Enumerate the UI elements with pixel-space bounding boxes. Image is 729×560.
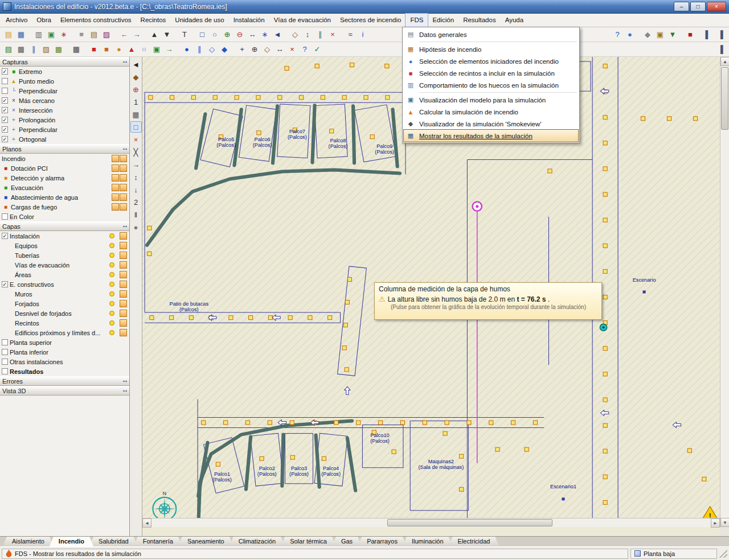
- recintos[interactable]: Recintos: [136, 14, 171, 27]
- vertical-scroll-thumb[interactable]: [721, 67, 728, 130]
- checkbox[interactable]: ✓: [2, 68, 8, 75]
- info-button[interactable]: i: [357, 28, 369, 41]
- ayuda[interactable]: Ayuda: [501, 14, 528, 27]
- dxf-template-button[interactable]: ▨: [40, 43, 52, 56]
- aislamiento[interactable]: Aislamiento: [3, 537, 54, 546]
- obra-data-button[interactable]: ▣: [45, 28, 58, 41]
- redo-button[interactable]: →: [130, 28, 143, 41]
- layer-row[interactable]: Recintos: [0, 318, 129, 328]
- plan-row[interactable]: ■ Detección y alarma: [0, 173, 129, 183]
- plan-row[interactable]: ■ Abastecimiento de agua: [0, 192, 129, 202]
- incendio[interactable]: Incendio: [50, 537, 93, 546]
- plan-action-button[interactable]: [120, 164, 127, 172]
- layer-action-button[interactable]: [120, 329, 127, 336]
- fontaner-a[interactable]: Fontanería: [134, 537, 182, 546]
- snap-option-row[interactable]: ✓ × Más cercano: [0, 96, 129, 105]
- trim-button[interactable]: ╳: [130, 146, 142, 158]
- snap-option-row[interactable]: ✓ + Prolongación: [0, 115, 129, 125]
- vertical-move-button[interactable]: ↕: [130, 171, 142, 183]
- move-element-button[interactable]: ↔: [273, 43, 286, 56]
- copy-button[interactable]: ∥: [314, 28, 326, 41]
- help-button[interactable]: ?: [611, 28, 624, 41]
- exit-button[interactable]: ■: [684, 28, 697, 41]
- layer-action-button[interactable]: [120, 242, 127, 249]
- plan-action-button[interactable]: [112, 193, 119, 201]
- previous-view-button[interactable]: ◄: [271, 28, 284, 41]
- web-button[interactable]: ●: [624, 28, 636, 41]
- alarm-button[interactable]: ▲: [125, 43, 138, 56]
- reports-button[interactable]: ▤: [88, 28, 100, 41]
- close-button[interactable]: ×: [707, 2, 726, 11]
- plan-row[interactable]: ■ Evacuación: [0, 183, 129, 192]
- comportamiento-de-los-huecos-en-la-simulaci-n[interactable]: ▥ Comportamiento de los huecos en la sim…: [404, 79, 578, 91]
- solar-t-rmica[interactable]: Solar térmica: [281, 537, 336, 546]
- section-header-capas[interactable]: Capas ▲▲: [0, 221, 129, 231]
- zoom-in-button[interactable]: ⊕: [221, 28, 234, 41]
- visualizador-de-la-simulaci-n-smokeview-[interactable]: ◆ Visualizador de la simulación 'Smokevi…: [404, 118, 578, 130]
- collapse-panel-button[interactable]: ◄: [130, 59, 142, 70]
- plan-action-button[interactable]: [120, 174, 127, 182]
- extend-button[interactable]: →: [130, 159, 142, 170]
- print-button[interactable]: ▥: [32, 28, 45, 41]
- secondary-button[interactable]: 2: [130, 196, 142, 208]
- delete-mark-button[interactable]: ×: [130, 134, 142, 145]
- climatizaci-n[interactable]: Climatización: [230, 537, 285, 546]
- pararrayos[interactable]: Pararrayos: [358, 537, 407, 546]
- plan-action-button[interactable]: [112, 203, 119, 211]
- background-image-button[interactable]: ▩: [52, 43, 65, 56]
- iluminaci-n[interactable]: Iluminación: [403, 537, 453, 546]
- instalaci-n[interactable]: Instalación: [229, 14, 269, 27]
- scroll-left-arrow[interactable]: ◄: [142, 518, 151, 528]
- move-button[interactable]: ↕: [301, 28, 314, 41]
- layer-row[interactable]: Forjados: [0, 299, 129, 308]
- section-header-vista3d[interactable]: Vista 3D ▲▲: [0, 386, 129, 396]
- snap-option-row[interactable]: ▲ Punto medio: [0, 76, 129, 86]
- collapse-chevron-icon[interactable]: ▲▲: [122, 389, 127, 392]
- unidades-de-uso[interactable]: Unidades de uso: [170, 14, 228, 27]
- vertical-scrollbar[interactable]: ▲ ▼: [720, 57, 729, 527]
- visualizaci-n-del-modelo-para-la-simulaci-n[interactable]: ▣ Visualización del modelo para la simul…: [404, 94, 578, 106]
- plan-row[interactable]: En Color: [0, 212, 129, 221]
- layer-action-button[interactable]: [120, 281, 127, 288]
- pump-button[interactable]: ◆: [218, 43, 231, 56]
- checkbox[interactable]: ✓: [2, 126, 8, 133]
- gas[interactable]: Gas: [332, 537, 362, 546]
- toggle-right-panel-button[interactable]: ▐: [714, 28, 727, 41]
- license-button[interactable]: ▣: [654, 28, 666, 41]
- v-as-de-evacuaci-n[interactable]: Vías de evacuación: [269, 14, 335, 27]
- fds[interactable]: FDS: [406, 14, 428, 27]
- snap-target-button[interactable]: ⊕: [130, 84, 142, 95]
- zoom-window-button[interactable]: □: [196, 28, 208, 41]
- scroll-down-arrow[interactable]: ▼: [720, 518, 729, 527]
- plan-action-button[interactable]: [120, 193, 127, 201]
- electricidad[interactable]: Electricidad: [449, 537, 499, 546]
- checkbox[interactable]: [2, 349, 8, 355]
- copy-plant-button[interactable]: ∥: [27, 43, 40, 56]
- query-button[interactable]: ?: [298, 43, 311, 56]
- undo-button[interactable]: ←: [118, 28, 130, 41]
- snap-option-row[interactable]: ✓ + Perpendicular: [0, 125, 129, 134]
- tables-button[interactable]: ≡: [75, 28, 88, 41]
- scroll-right-arrow[interactable]: ►: [711, 518, 720, 528]
- zoom-all-button[interactable]: ○: [208, 28, 221, 41]
- checkbox[interactable]: ✓: [2, 136, 8, 142]
- layer-action-button[interactable]: [120, 300, 127, 307]
- section-header-errores[interactable]: Errores ▲▲: [0, 376, 129, 386]
- sectores-de-incendio[interactable]: Sectores de incendio: [335, 14, 406, 27]
- checkbox[interactable]: [2, 213, 8, 220]
- ruler-button[interactable]: ‖: [130, 209, 142, 220]
- salubridad[interactable]: Salubridad: [89, 537, 138, 546]
- checkbox[interactable]: [2, 368, 8, 374]
- snap-option-row[interactable]: ✓ × Intersección: [0, 105, 129, 115]
- collapse-chevron-icon[interactable]: ▲▲: [122, 60, 127, 63]
- layer-action-button[interactable]: [120, 310, 127, 317]
- section-header-capturas[interactable]: Capturas ▲▲: [0, 57, 129, 67]
- services-button[interactable]: ◆: [641, 28, 654, 41]
- checkbox[interactable]: ✓: [2, 281, 8, 287]
- checkbox[interactable]: [2, 339, 8, 345]
- plan-action-button[interactable]: [120, 203, 127, 211]
- drawings-button[interactable]: ▨: [100, 28, 113, 41]
- save-button[interactable]: ▦: [15, 28, 27, 41]
- checkbox[interactable]: [2, 78, 8, 84]
- down-button[interactable]: ↓: [130, 184, 142, 195]
